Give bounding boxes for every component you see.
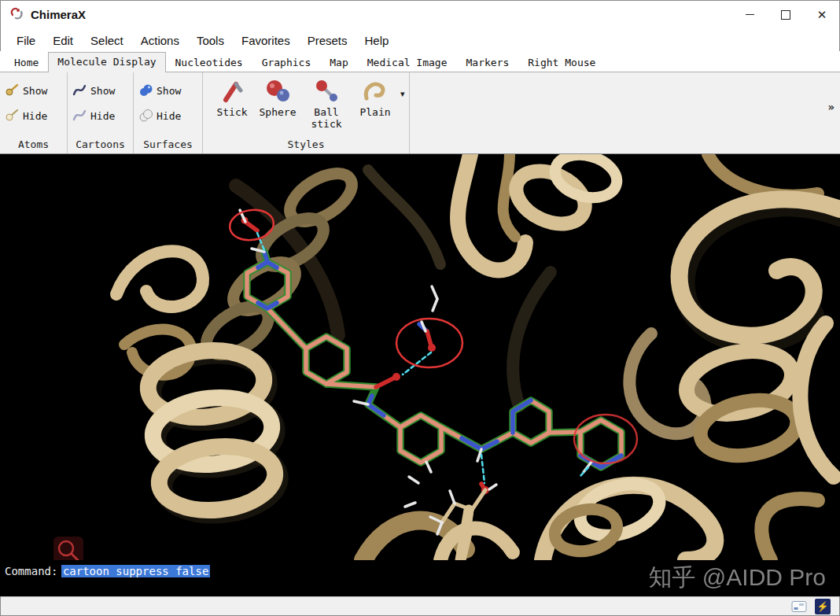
toolbar-group-atoms: Show Hide Atoms [0, 72, 68, 153]
close-button[interactable]: ✕ [804, 0, 840, 29]
atoms-show-icon [5, 83, 19, 99]
ball-stick-label-1: Ball [314, 106, 338, 118]
atoms-hide-button[interactable]: Hide [0, 103, 67, 128]
watermark-text: 知乎 @AIDD Pro [649, 562, 826, 594]
atoms-hide-icon [5, 108, 19, 124]
magnifier-watermark-icon [53, 537, 83, 560]
stick-style-button[interactable]: Stick [209, 76, 255, 118]
toolbar-group-cartoons: Show Hide Cartoons [68, 72, 134, 153]
command-input[interactable]: cartoon suppress false [61, 564, 210, 578]
toolbar-overflow-button[interactable]: » [828, 101, 834, 113]
menu-edit[interactable]: Edit [44, 31, 82, 50]
atoms-group-label: Atoms [0, 138, 67, 150]
atoms-show-label: Show [23, 85, 47, 97]
status-bar: ⚡ [0, 596, 840, 616]
toolbar-spacer: » [410, 72, 840, 153]
ribbon-toolbar: Show Hide Atoms Show Hide [0, 72, 840, 154]
menu-favorites[interactable]: Favorites [233, 31, 299, 50]
cartoons-show-label: Show [90, 85, 115, 97]
toolbar-group-surfaces: Show Hide Surfaces [134, 72, 203, 153]
tab-medical-image[interactable]: Medical Image [358, 53, 457, 72]
toolbar-group-styles: Stick Sphere Ball stick [203, 72, 410, 153]
tab-home[interactable]: Home [5, 53, 48, 72]
menu-file[interactable]: File [8, 31, 44, 50]
tab-markers[interactable]: Markers [457, 53, 519, 72]
plain-style-button[interactable]: Plain [352, 76, 398, 118]
surfaces-group-label: Surfaces [134, 138, 202, 150]
menu-select[interactable]: Select [82, 31, 132, 50]
menu-presets[interactable]: Presets [299, 31, 356, 50]
minimize-icon [746, 14, 754, 16]
cartoons-show-icon [72, 83, 87, 99]
plain-cartoon-icon [362, 76, 389, 106]
surfaces-show-button[interactable]: Show [134, 78, 202, 103]
chimerax-logo-icon [9, 6, 25, 24]
ball-stick-label-2: stick [311, 118, 341, 130]
cartoons-hide-icon [72, 108, 87, 124]
surfaces-show-icon [138, 83, 153, 99]
tab-right-mouse[interactable]: Right Mouse [518, 53, 605, 72]
tab-molecule-display[interactable]: Molecule Display [48, 52, 165, 72]
maximize-icon [781, 10, 790, 20]
surfaces-show-label: Show [157, 85, 181, 97]
sphere-label: Sphere [260, 106, 297, 118]
tab-nucleotides[interactable]: Nucleotides [166, 53, 252, 72]
cartoons-hide-label: Hide [90, 110, 115, 122]
surfaces-hide-label: Hide [157, 110, 181, 122]
graphics-viewport[interactable] [0, 154, 840, 560]
menu-actions[interactable]: Actions [132, 31, 188, 50]
atoms-show-button[interactable]: Show [0, 78, 67, 103]
maximize-button[interactable] [768, 0, 804, 29]
styles-dropdown-arrow-icon[interactable]: ▾ [398, 89, 407, 99]
stick-icon [220, 76, 244, 106]
sphere-icon [264, 76, 291, 106]
styles-group-label: Styles [203, 138, 409, 150]
cartoons-group-label: Cartoons [68, 138, 133, 150]
ball-stick-icon [314, 76, 339, 106]
sphere-style-button[interactable]: Sphere [255, 76, 300, 118]
plain-label: Plain [359, 106, 390, 118]
ball-stick-style-button[interactable]: Ball stick [300, 76, 352, 130]
atoms-hide-label: Hide [23, 110, 47, 122]
command-label: Command: [5, 565, 57, 577]
tab-map[interactable]: Map [320, 53, 357, 72]
close-icon: ✕ [817, 8, 827, 22]
window-title: ChimeraX [31, 8, 86, 21]
menu-tools[interactable]: Tools [188, 31, 233, 50]
lightning-icon[interactable]: ⚡ [815, 599, 831, 614]
cartoons-hide-button[interactable]: Hide [68, 103, 133, 128]
ribbon-tab-bar: Home Molecule Display Nucleotides Graphi… [0, 51, 840, 72]
ligand-outline [247, 252, 621, 467]
rapid-access-icon[interactable] [791, 600, 807, 613]
menu-help[interactable]: Help [356, 31, 398, 50]
menu-bar: File Edit Select Actions Tools Favorites… [0, 29, 840, 51]
stick-label: Stick [216, 106, 247, 118]
cartoons-show-button[interactable]: Show [68, 78, 133, 103]
title-bar: ChimeraX ✕ [0, 0, 840, 29]
command-line-row: Command: cartoon suppress false 知乎 @AIDD… [0, 560, 840, 596]
surfaces-hide-icon [138, 108, 153, 124]
tab-graphics[interactable]: Graphics [252, 53, 321, 72]
minimize-button[interactable] [731, 0, 768, 29]
command-text-selected: cartoon suppress false [61, 565, 210, 577]
chimerax-window: ChimeraX ✕ File Edit Select Actions Tool… [0, 0, 840, 616]
surfaces-hide-button[interactable]: Hide [134, 103, 202, 128]
